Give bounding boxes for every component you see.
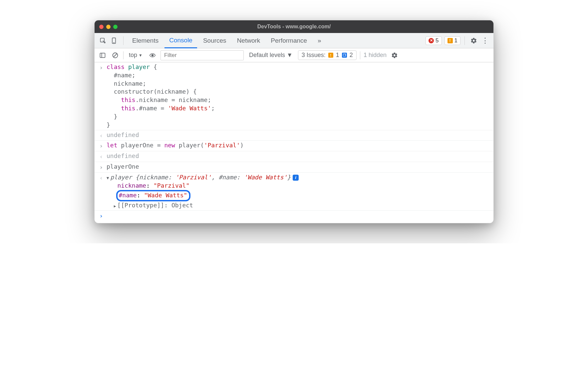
error-icon: ✕ [429, 38, 434, 43]
warnings-badge[interactable]: ! 1 [444, 36, 460, 45]
console-input-row: class player { #name; nickname; construc… [95, 62, 493, 130]
console-input-row: let playerOne = new player('Parzival') [95, 141, 493, 151]
prompt-arrow-icon [99, 211, 104, 220]
tab-performance[interactable]: Performance [266, 33, 312, 48]
output-arrow-icon [99, 152, 104, 161]
code-line[interactable]: playerOne [107, 163, 489, 172]
settings-icon[interactable] [469, 36, 479, 46]
output-undefined: undefined [107, 152, 489, 161]
console-filterbar: top ▼ Default levels ▼ 3 Issues: ! 1 ❐ 2… [95, 48, 493, 62]
log-levels-selector[interactable]: Default levels ▼ [247, 51, 295, 59]
prompt-input[interactable] [107, 211, 489, 220]
expand-triangle-icon[interactable] [114, 202, 118, 209]
devtools-window: DevTools - www.google.com/ Elements Cons… [94, 20, 494, 223]
object-output[interactable]: player {nickname: 'Parzival', #name: 'Wa… [107, 173, 489, 210]
issues-warn-count: 1 [336, 52, 339, 59]
filter-input[interactable] [160, 50, 244, 60]
console-log: class player { #name; nickname; construc… [95, 62, 493, 223]
window-title: DevTools - www.google.com/ [95, 24, 493, 30]
hidden-messages: 1 hidden [364, 52, 387, 59]
output-arrow-icon [99, 173, 104, 210]
code-block[interactable]: class player { #name; nickname; construc… [107, 63, 489, 129]
tab-sources[interactable]: Sources [198, 33, 231, 48]
object-private-property[interactable]: #name [119, 192, 137, 199]
maximize-button[interactable] [113, 25, 118, 29]
warning-icon: ! [447, 38, 453, 43]
console-output-row: undefined [95, 130, 493, 141]
errors-badge[interactable]: ✕ 5 [426, 36, 441, 45]
info-icon[interactable]: i [293, 175, 299, 181]
output-undefined: undefined [107, 131, 489, 140]
levels-label: Default levels ▼ [249, 52, 293, 59]
issues-info-count: 2 [350, 52, 353, 59]
console-input-row: playerOne [95, 162, 493, 173]
titlebar: DevTools - www.google.com/ [95, 20, 493, 33]
separator [464, 36, 465, 45]
expand-triangle-icon[interactable] [107, 174, 110, 181]
warning-icon: ! [328, 53, 333, 58]
input-arrow-icon [99, 63, 104, 129]
issues-label: 3 Issues: [302, 52, 326, 59]
context-label: top [129, 52, 137, 59]
live-expression-icon[interactable] [148, 51, 157, 60]
object-prototype[interactable]: [[Prototype]]: Object [117, 202, 193, 209]
highlighted-property: #name: "Wade Watts" [116, 190, 191, 202]
context-selector[interactable]: top ▼ [127, 51, 145, 59]
console-prompt-row[interactable] [95, 210, 493, 221]
traffic-lights [99, 25, 118, 29]
tabs-overflow[interactable]: » [313, 33, 326, 48]
tab-console[interactable]: Console [164, 33, 197, 48]
tab-network[interactable]: Network [232, 33, 265, 48]
tab-elements[interactable]: Elements [128, 33, 163, 48]
console-settings-icon[interactable] [390, 51, 399, 60]
clear-console-icon[interactable] [111, 51, 120, 60]
code-line[interactable]: let playerOne = new player('Parzival') [107, 141, 489, 150]
input-arrow-icon [99, 141, 104, 150]
issues-badge[interactable]: 3 Issues: ! 1 ❐ 2 [298, 50, 357, 60]
minimize-button[interactable] [106, 25, 111, 29]
warnings-count: 1 [454, 37, 457, 44]
input-arrow-icon [99, 163, 104, 172]
more-icon[interactable]: ⋮ [480, 36, 490, 46]
dropdown-triangle: ▼ [139, 53, 143, 58]
separator [123, 36, 124, 45]
main-toolbar: Elements Console Sources Network Perform… [95, 33, 493, 48]
console-output-row: undefined [95, 151, 493, 162]
output-arrow-icon [99, 131, 104, 140]
console-output-row: player {nickname: 'Parzival', #name: 'Wa… [95, 173, 493, 210]
svg-point-7 [151, 54, 154, 56]
device-toggle-icon[interactable] [109, 36, 119, 46]
inspect-icon[interactable] [98, 36, 108, 46]
errors-count: 5 [436, 37, 439, 44]
close-button[interactable] [99, 25, 104, 29]
svg-rect-3 [100, 53, 105, 57]
svg-line-6 [114, 54, 117, 57]
object-property[interactable]: nickname [118, 182, 147, 189]
toggle-sidebar-icon[interactable] [98, 51, 107, 60]
info-icon: ❐ [342, 53, 347, 58]
